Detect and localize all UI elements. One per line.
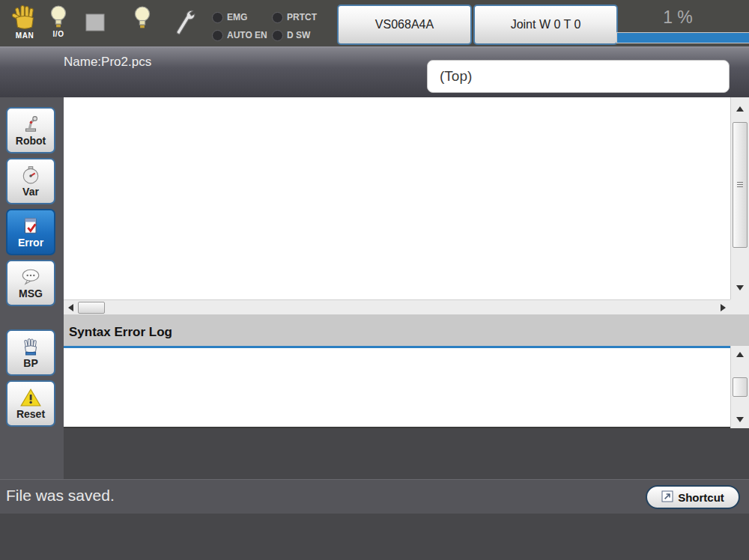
scroll-up-icon[interactable] xyxy=(736,106,744,112)
auto-en-led-icon xyxy=(212,30,223,41)
bulb2-icon xyxy=(133,25,151,33)
sidebar-label-error: Error xyxy=(18,237,43,249)
syntax-error-log[interactable] xyxy=(64,346,730,428)
sidebar-label-bp: BP xyxy=(23,357,37,369)
scroll-grip-icon xyxy=(737,182,743,188)
led-column-2: PRTCT D SW xyxy=(272,9,317,45)
sidebar-label-reset: Reset xyxy=(16,408,45,420)
led-column-1: EMG AUTO EN xyxy=(212,9,267,45)
maintenance-indicator xyxy=(171,4,198,37)
d-sw-led-icon xyxy=(272,30,283,41)
position-dropdown[interactable]: (Top) xyxy=(427,60,730,93)
status-bar: File was saved. Shortcut xyxy=(0,479,749,514)
editor-vertical-scrollbar[interactable] xyxy=(730,97,749,299)
auto-en-label: AUTO EN xyxy=(227,30,267,40)
led-emg: EMG xyxy=(212,9,267,25)
syntax-log-tabbar: Syntax Error Log xyxy=(64,314,749,346)
sidebar-item-reset[interactable]: Reset xyxy=(6,380,55,427)
editor-vscroll-thumb[interactable] xyxy=(733,122,748,248)
speed-percentage: 1 % xyxy=(633,7,723,28)
shortcut-button[interactable]: Shortcut xyxy=(646,485,740,509)
bottom-button-row xyxy=(0,514,749,560)
d-sw-label: D SW xyxy=(287,30,310,40)
emg-label: EMG xyxy=(227,12,247,22)
program-name-label: Name:Pro2.pcs xyxy=(64,55,151,70)
emg-led-icon xyxy=(212,12,223,23)
code-editor[interactable] xyxy=(64,97,730,299)
log-scroll-up-icon[interactable] xyxy=(736,352,744,357)
scroll-down-icon[interactable] xyxy=(736,285,744,290)
prtct-led-icon xyxy=(272,12,283,23)
sidebar-label-robot: Robot xyxy=(16,135,46,147)
log-vertical-scrollbar[interactable] xyxy=(730,346,749,428)
header-panel: Name:Pro2.pcs (Top) xyxy=(0,48,749,97)
hand-stop-icon xyxy=(21,337,40,356)
led-prtct: PRTCT xyxy=(272,9,317,25)
prtct-label: PRTCT xyxy=(287,12,317,22)
io-indicator: I/O xyxy=(49,4,67,38)
led-auto-en: AUTO EN xyxy=(212,27,267,43)
sidebar: Robot Var Error xyxy=(0,97,64,479)
sidebar-label-msg: MSG xyxy=(19,287,43,299)
sidebar-item-msg[interactable]: MSG xyxy=(6,260,55,306)
shortcut-icon xyxy=(661,490,673,505)
speed-progress-bar xyxy=(616,32,749,43)
position-dropdown-value: (Top) xyxy=(440,68,472,85)
sidebar-item-bp[interactable]: BP xyxy=(6,329,55,376)
scroll-right-icon[interactable] xyxy=(721,304,726,311)
robot-type-button[interactable]: VS068A4A xyxy=(337,4,472,45)
robot-icon xyxy=(21,115,40,134)
wrench-icon xyxy=(171,29,198,37)
status-message: File was saved. xyxy=(6,487,115,505)
manual-mode-indicator: MAN xyxy=(10,4,39,40)
speed-progress-fill xyxy=(617,33,749,43)
square-icon xyxy=(84,26,106,34)
log-vscroll-thumb[interactable] xyxy=(733,377,748,397)
square-status-indicator xyxy=(84,13,106,34)
shortcut-label: Shortcut xyxy=(678,491,724,504)
editor-horizontal-scrollbar[interactable] xyxy=(64,299,730,315)
editor-hscroll-thumb[interactable] xyxy=(78,302,105,314)
speech-bubble-icon xyxy=(20,267,41,287)
sidebar-item-var[interactable]: Var xyxy=(6,158,55,204)
scroll-left-icon[interactable] xyxy=(68,304,73,311)
lamp-indicator xyxy=(133,4,151,33)
top-toolbar: MAN I/O xyxy=(0,0,749,48)
syntax-log-title: Syntax Error Log xyxy=(69,325,172,340)
error-doc-icon xyxy=(21,216,40,236)
scrollbar-corner xyxy=(730,299,749,314)
sidebar-item-error[interactable]: Error xyxy=(6,209,55,255)
mode-button[interactable]: Joint W 0 T 0 xyxy=(473,4,618,45)
led-d-sw: D SW xyxy=(272,27,317,43)
gauge-icon xyxy=(21,165,40,185)
sidebar-label-var: Var xyxy=(22,186,39,198)
sidebar-item-robot[interactable]: Robot xyxy=(6,107,55,153)
warning-triangle-icon xyxy=(20,388,41,407)
log-scroll-down-icon[interactable] xyxy=(736,417,744,422)
